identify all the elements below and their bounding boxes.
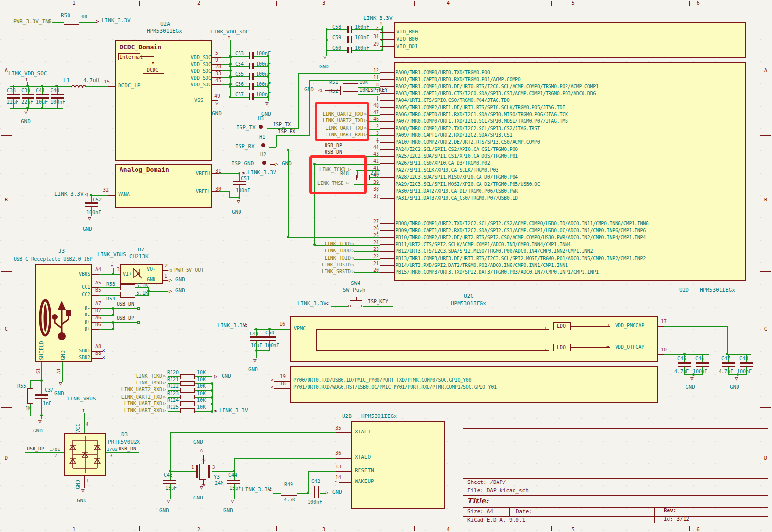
- resistor-r54[interactable]: [120, 292, 135, 298]
- schematic-text: GND: [319, 64, 329, 70]
- tp-h3-ref: H3: [258, 116, 264, 122]
- schematic-text: VCC: [75, 423, 82, 433]
- label-usb-dp[interactable]: USB_DP: [325, 143, 342, 149]
- resistor-r53[interactable]: [120, 284, 135, 290]
- schematic-graphic: 1: [12, 0, 137, 6]
- cap-c50[interactable]: [263, 336, 276, 338]
- label-isp-key[interactable]: ISP_KEY: [367, 87, 388, 93]
- testpoint-isp-rx[interactable]: [261, 143, 265, 147]
- cap-bank-c53-c57[interactable]: C53 100nF C54 100nF C55 100nF C56 100nF …: [235, 52, 293, 103]
- cap-c49[interactable]: [250, 336, 263, 338]
- schematic-text: C40: [51, 88, 59, 94]
- resistor-r52[interactable]: [343, 91, 358, 97]
- cap-c42[interactable]: [314, 486, 315, 498]
- inductor-l1[interactable]: [71, 83, 86, 88]
- resistor-r49[interactable]: [281, 490, 297, 496]
- schematic-graphic: LINK_TCKD: [310, 241, 351, 247]
- schematic-graphic: 6: [366, 27, 379, 32]
- schematic-graphic: 2: [137, 0, 261, 6]
- wire: [42, 85, 43, 94]
- schematic-graphic: ▷: [364, 132, 367, 137]
- testpoint-isp-gnd[interactable]: [262, 161, 266, 165]
- chip-u2c-top[interactable]: [290, 316, 658, 362]
- label-usb-dn-j3[interactable]: USB_DN: [117, 301, 134, 307]
- schematic-text: 10: [661, 347, 667, 353]
- schematic-graphic: 2PA08/TMR0.COMP1/URT2.TXD/I2C2.SCL/SPI3.…: [361, 125, 748, 132]
- schematic-canvas: 123456 123456 ABCD ABCD PWR_3.3V_IND ▷ R…: [0, 0, 772, 532]
- schematic-graphic: LINK_UART_TXD: [317, 125, 363, 131]
- schematic-text: C45: [677, 356, 686, 362]
- label-usb-dp-j3[interactable]: USB_DP: [117, 316, 134, 321]
- titleblock-file: File: DAP.kicad_sch: [467, 488, 529, 494]
- schematic-text: GND: [147, 277, 155, 283]
- wire: [331, 306, 348, 307]
- cap-c44[interactable]: [227, 480, 240, 481]
- resistor-r51[interactable]: [343, 83, 358, 89]
- wire: [41, 399, 42, 416]
- jtag-labels[interactable]: LINK_TCKD ▷ LINK_TDOD ▷ LINK_TDID ▷ LINK…: [310, 241, 359, 276]
- schematic-graphic: 44PA24/I2C2.SCL/SPI1.CS2/XPI0.CA_CS1/TRG…: [361, 146, 748, 153]
- schematic-text: C59: [332, 35, 341, 41]
- cap-c52[interactable]: [85, 202, 98, 204]
- u2d-part: HPM5301IEGx: [700, 287, 735, 294]
- cap-c45[interactable]: [678, 362, 691, 364]
- schematic-graphic: [380, 128, 394, 129]
- junction-dot: [211, 396, 213, 399]
- schematic-text: C46: [695, 356, 704, 362]
- cap-c43[interactable]: [163, 480, 176, 481]
- label-usb-dp-d3[interactable]: USB_DP: [27, 446, 44, 452]
- cap-c51[interactable]: [233, 181, 246, 182]
- schematic-text: VANA: [118, 192, 130, 198]
- cap-c48[interactable]: [740, 362, 753, 364]
- u7-part: CH213K: [129, 254, 149, 260]
- label-isp-tx[interactable]: ISP_TX: [273, 122, 291, 128]
- symbol-glyph: >: [214, 408, 217, 414]
- symbol-glyph: ▽: [59, 381, 62, 387]
- schematic-graphic: [137, 321, 140, 324]
- schematic-text: ISP_GND: [231, 161, 254, 167]
- schematic-graphic: 1PA04/URT1.CTS/SPI0.CS0/TRGM0.P04/JTAG.T…: [361, 97, 748, 104]
- schematic-graphic: LINK_TCKD ▷: [310, 241, 359, 248]
- wire: [79, 22, 96, 23]
- schematic-text: 4.7uF: [719, 369, 733, 375]
- global-label-pwr5v[interactable]: PWR_5V_OUT: [174, 267, 204, 273]
- schematic-graphic: 10K: [197, 404, 206, 410]
- label-link-tmsd[interactable]: LINK_TMSD: [317, 181, 343, 186]
- pin-line: [274, 388, 290, 389]
- sw4-ref: SW4: [351, 281, 360, 287]
- switch-contact[interactable]: [360, 305, 362, 307]
- wire: [99, 308, 113, 309]
- schematic-graphic: [380, 230, 394, 231]
- testpoint-isp-tx[interactable]: [259, 125, 263, 129]
- schematic-text: C60: [332, 45, 341, 51]
- resistor-r48[interactable]: [356, 175, 370, 180]
- junction-dot: [229, 75, 231, 78]
- global-label-pwr-3v3-ind[interactable]: PWR_3.3V_IND: [13, 19, 51, 25]
- c42-ref: C42: [311, 479, 320, 484]
- pin-line: [463, 495, 768, 496]
- cap-c46[interactable]: [696, 362, 709, 364]
- d3-ref: D3: [121, 432, 128, 438]
- unconnected-pin-marker: [335, 481, 337, 482]
- crystal-y3[interactable]: [199, 464, 206, 480]
- label-isp-key-sw[interactable]: ISP_KEY: [368, 299, 388, 305]
- r51-ref: R51: [329, 80, 338, 85]
- label-usb-dn[interactable]: USB_DN: [325, 150, 342, 155]
- cap-c47[interactable]: [722, 362, 735, 364]
- pin-line: [350, 300, 362, 301]
- symbol-glyph: ▷: [48, 18, 51, 25]
- label-usb-dn-d3[interactable]: USB_DN: [119, 446, 136, 452]
- schematic-graphic: [380, 72, 394, 73]
- label-isp-rx[interactable]: ISP_RX: [278, 129, 295, 134]
- cap-c37[interactable]: [35, 394, 48, 396]
- pin-line: [212, 191, 219, 192]
- schematic-graphic: [44, 304, 47, 332]
- schematic-graphic: LINK_TCKD: [120, 373, 162, 379]
- resistor-r55[interactable]: [27, 388, 33, 404]
- wire: [234, 458, 336, 459]
- switch-contact[interactable]: [348, 305, 351, 307]
- resistor-r50[interactable]: [64, 19, 79, 25]
- uart-labels[interactable]: LINK_UART2_RXD ▷ LINK_UART2_TXD ▷ LINK_U…: [317, 111, 370, 139]
- power-link33[interactable]: LINK_3.3V: [102, 18, 131, 24]
- schematic-text: VO-: [147, 266, 155, 272]
